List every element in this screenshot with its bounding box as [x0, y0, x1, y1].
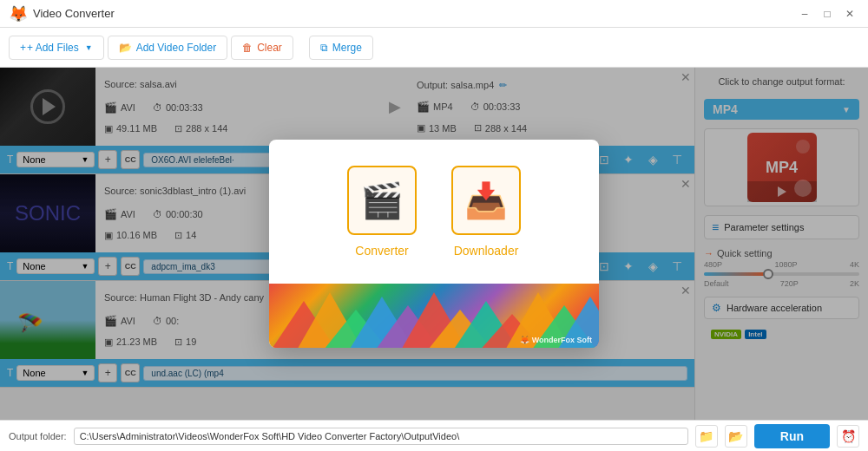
converter-label: Converter: [355, 244, 408, 258]
add-files-button[interactable]: + + Add Files ▼: [9, 36, 104, 60]
add-folder-button[interactable]: 📂 Add Video Folder: [108, 36, 228, 60]
brand-label: WonderFox Soft: [532, 336, 592, 344]
app-title: Video Converter: [33, 7, 795, 20]
clear-button[interactable]: 🗑 Clear: [231, 36, 293, 60]
downloader-icon: 📥: [464, 180, 508, 221]
downloader-icon-box: 📥: [451, 166, 521, 235]
browse-folder-button[interactable]: 📁: [695, 425, 718, 448]
converter-option[interactable]: 🎬 Converter: [347, 166, 417, 258]
clear-icon: 🗑: [242, 42, 253, 54]
app-selector-overlay: 🎬 Converter 📥 Downloader: [0, 68, 868, 420]
brand-icon: 🦊: [520, 336, 532, 344]
downloader-label: Downloader: [454, 244, 519, 258]
minimize-button[interactable]: –: [795, 4, 814, 23]
popup-body: 🎬 Converter 📥 Downloader: [269, 140, 599, 284]
popup-footer: 🦊 WonderFox Soft: [269, 284, 599, 348]
converter-icon: 🎬: [360, 180, 404, 221]
app-selector-popup: 🎬 Converter 📥 Downloader: [269, 140, 599, 348]
open-output-button[interactable]: 📂: [725, 425, 747, 448]
merge-icon: ⧉: [320, 42, 328, 54]
run-button[interactable]: Run: [754, 424, 830, 448]
clear-label: Clear: [257, 42, 282, 54]
folder-icon: 📂: [119, 42, 132, 54]
main-toolbar: + + Add Files ▼ 📂 Add Video Folder 🗑 Cle…: [0, 28, 868, 68]
converter-icon-box: 🎬: [347, 166, 417, 235]
merge-button[interactable]: ⧉ Merge: [309, 36, 373, 60]
app-icon: 🦊: [9, 4, 28, 23]
downloader-option[interactable]: 📥 Downloader: [451, 166, 521, 258]
add-files-label: + Add Files: [27, 42, 79, 54]
wonderfox-brand: 🦊 WonderFox Soft: [520, 336, 592, 344]
output-folder-label: Output folder:: [9, 431, 67, 441]
add-icon: +: [20, 42, 26, 54]
add-folder-label: Add Video Folder: [136, 42, 217, 54]
add-files-dropdown-icon[interactable]: ▼: [85, 43, 93, 52]
alarm-button[interactable]: ⏰: [837, 425, 859, 448]
output-folder-input[interactable]: [74, 428, 688, 445]
titlebar: 🦊 Video Converter – □ ✕: [0, 0, 868, 28]
run-label: Run: [780, 429, 804, 443]
merge-label: Merge: [332, 42, 362, 54]
main-content: Source: salsa.avi 🎬 AVI ⏱ 00:03:33: [0, 68, 868, 420]
maximize-button[interactable]: □: [818, 4, 837, 23]
close-button[interactable]: ✕: [840, 4, 859, 23]
statusbar: Output folder: 📁 📂 Run ⏰: [0, 420, 868, 451]
window-controls: – □ ✕: [795, 4, 859, 23]
